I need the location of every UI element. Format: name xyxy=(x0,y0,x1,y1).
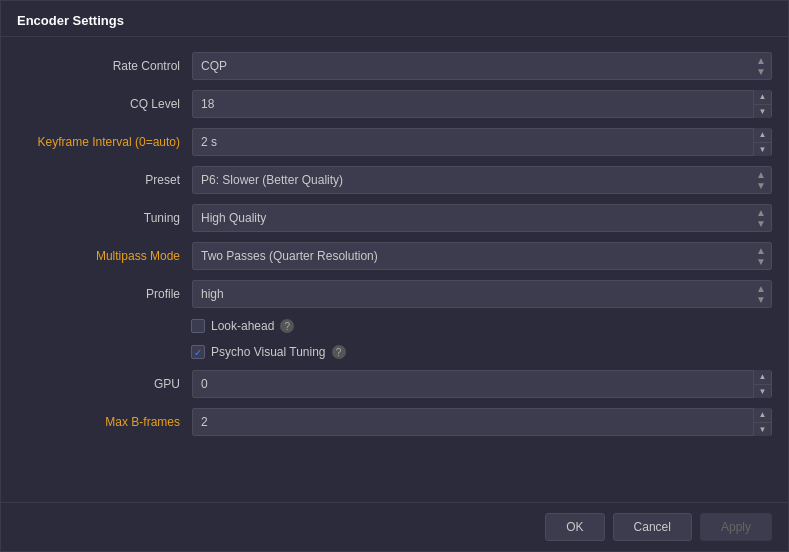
tuning-row: Tuning High Quality Low Latency Ultra Lo… xyxy=(1,199,788,237)
max-bframes-row: Max B-frames 2 ▲ ▼ xyxy=(1,403,788,441)
dialog-footer: OK Cancel Apply xyxy=(1,502,788,551)
gpu-value: 0 xyxy=(193,372,753,396)
multipass-wrap: Disabled One Pass Two Passes (Quarter Re… xyxy=(192,242,772,270)
keyframe-interval-up[interactable]: ▲ xyxy=(754,128,771,143)
cq-level-buttons: ▲ ▼ xyxy=(753,90,771,118)
tuning-wrap: High Quality Low Latency Ultra Low Laten… xyxy=(192,204,772,232)
profile-row: Profile baseline main high high 444p ▲ ▼ xyxy=(1,275,788,313)
cq-level-value: 18 xyxy=(193,92,753,116)
profile-select[interactable]: baseline main high high 444p xyxy=(192,280,772,308)
psycho-visual-label[interactable]: Psycho Visual Tuning ? xyxy=(191,345,346,359)
keyframe-interval-spinner: 2 s ▲ ▼ xyxy=(192,128,772,156)
rate-control-wrap: CQP CBR VBR ABR ▲ ▼ xyxy=(192,52,772,80)
gpu-down[interactable]: ▼ xyxy=(754,385,771,399)
psycho-visual-row: Psycho Visual Tuning ? xyxy=(1,339,788,365)
tuning-select[interactable]: High Quality Low Latency Ultra Low Laten… xyxy=(192,204,772,232)
look-ahead-help-icon[interactable]: ? xyxy=(280,319,294,333)
gpu-spinner: 0 ▲ ▼ xyxy=(192,370,772,398)
max-bframes-down[interactable]: ▼ xyxy=(754,423,771,437)
cq-level-wrap: 18 ▲ ▼ xyxy=(192,90,772,118)
preset-select[interactable]: P1: Fastest (Lowest Quality) P2: Faster … xyxy=(192,166,772,194)
cq-level-up[interactable]: ▲ xyxy=(754,90,771,105)
profile-wrap: baseline main high high 444p ▲ ▼ xyxy=(192,280,772,308)
cancel-button[interactable]: Cancel xyxy=(613,513,692,541)
cq-level-down[interactable]: ▼ xyxy=(754,105,771,119)
look-ahead-label[interactable]: Look-ahead ? xyxy=(191,319,294,333)
dialog-header: Encoder Settings xyxy=(1,1,788,37)
dialog-body: Rate Control CQP CBR VBR ABR ▲ ▼ CQ Leve… xyxy=(1,37,788,502)
cq-level-spinner: 18 ▲ ▼ xyxy=(192,90,772,118)
rate-control-row: Rate Control CQP CBR VBR ABR ▲ ▼ xyxy=(1,47,788,85)
cq-level-label: CQ Level xyxy=(17,97,192,111)
gpu-up[interactable]: ▲ xyxy=(754,370,771,385)
multipass-row: Multipass Mode Disabled One Pass Two Pas… xyxy=(1,237,788,275)
encoder-settings-dialog: Encoder Settings Rate Control CQP CBR VB… xyxy=(0,0,789,552)
max-bframes-spinner: 2 ▲ ▼ xyxy=(192,408,772,436)
preset-wrap: P1: Fastest (Lowest Quality) P2: Faster … xyxy=(192,166,772,194)
max-bframes-wrap: 2 ▲ ▼ xyxy=(192,408,772,436)
keyframe-interval-value: 2 s xyxy=(193,130,753,154)
psycho-visual-checkbox[interactable] xyxy=(191,345,205,359)
dialog-title: Encoder Settings xyxy=(17,13,124,28)
gpu-row: GPU 0 ▲ ▼ xyxy=(1,365,788,403)
gpu-wrap: 0 ▲ ▼ xyxy=(192,370,772,398)
preset-row: Preset P1: Fastest (Lowest Quality) P2: … xyxy=(1,161,788,199)
keyframe-interval-row: Keyframe Interval (0=auto) 2 s ▲ ▼ xyxy=(1,123,788,161)
keyframe-interval-label: Keyframe Interval (0=auto) xyxy=(17,135,192,149)
max-bframes-buttons: ▲ ▼ xyxy=(753,408,771,436)
tuning-label: Tuning xyxy=(17,211,192,225)
cq-level-row: CQ Level 18 ▲ ▼ xyxy=(1,85,788,123)
look-ahead-row: Look-ahead ? xyxy=(1,313,788,339)
max-bframes-label: Max B-frames xyxy=(17,415,192,429)
gpu-label: GPU xyxy=(17,377,192,391)
profile-label: Profile xyxy=(17,287,192,301)
rate-control-select[interactable]: CQP CBR VBR ABR xyxy=(192,52,772,80)
ok-button[interactable]: OK xyxy=(545,513,604,541)
keyframe-interval-down[interactable]: ▼ xyxy=(754,143,771,157)
look-ahead-checkbox[interactable] xyxy=(191,319,205,333)
preset-label: Preset xyxy=(17,173,192,187)
multipass-select[interactable]: Disabled One Pass Two Passes (Quarter Re… xyxy=(192,242,772,270)
apply-button[interactable]: Apply xyxy=(700,513,772,541)
look-ahead-text: Look-ahead xyxy=(211,319,274,333)
max-bframes-value: 2 xyxy=(193,410,753,434)
rate-control-label: Rate Control xyxy=(17,59,192,73)
gpu-buttons: ▲ ▼ xyxy=(753,370,771,398)
psycho-visual-help-icon[interactable]: ? xyxy=(332,345,346,359)
keyframe-interval-wrap: 2 s ▲ ▼ xyxy=(192,128,772,156)
max-bframes-up[interactable]: ▲ xyxy=(754,408,771,423)
keyframe-interval-buttons: ▲ ▼ xyxy=(753,128,771,156)
multipass-label: Multipass Mode xyxy=(17,249,192,263)
psycho-visual-text: Psycho Visual Tuning xyxy=(211,345,326,359)
